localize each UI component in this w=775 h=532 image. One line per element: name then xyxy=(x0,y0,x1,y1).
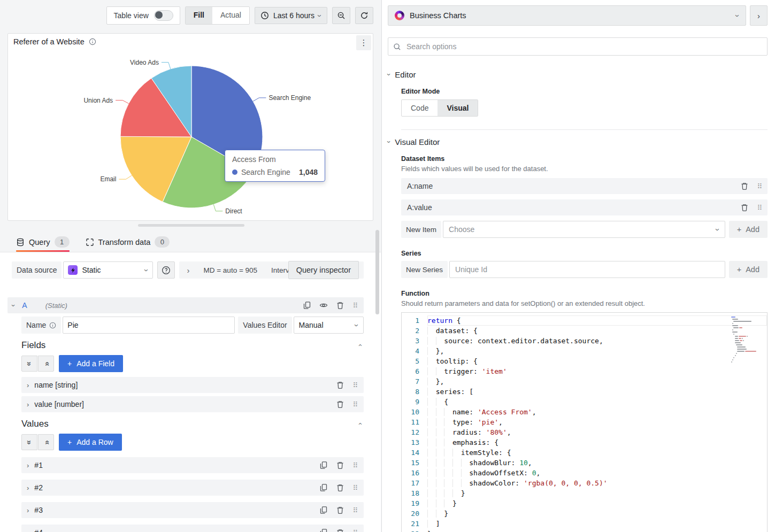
collapse-section-icon[interactable]: › xyxy=(356,344,363,346)
new-item-select[interactable]: Choose › xyxy=(443,221,725,238)
search-options-input[interactable] xyxy=(405,42,762,51)
trash-icon[interactable] xyxy=(336,506,344,514)
refresh-icon xyxy=(360,11,369,20)
editor-mode-label: Editor Mode xyxy=(401,88,768,95)
fill-option[interactable]: Fill xyxy=(186,7,212,24)
code-line: 19 } xyxy=(402,498,767,508)
fill-actual-group: Fill Actual xyxy=(185,6,250,25)
transform-icon xyxy=(86,238,94,246)
expand-all-button[interactable]: » xyxy=(38,356,54,372)
trash-icon[interactable] xyxy=(336,381,344,389)
pie-label-leader-line xyxy=(253,98,266,102)
query-row-header[interactable]: › A (Static) ⠿ xyxy=(7,297,364,313)
refresh-button[interactable] xyxy=(355,7,373,24)
collapse-chevron-icon[interactable]: › xyxy=(10,304,17,306)
drag-handle-icon[interactable]: ⠿ xyxy=(352,484,357,492)
pie-chart[interactable]: Search EngineDirectEmailUnion AdsVideo A… xyxy=(8,50,374,220)
visualization-picker[interactable]: Business Charts › xyxy=(388,5,746,26)
drag-handle-icon[interactable]: ⠿ xyxy=(352,529,357,532)
transform-count-badge: 0 xyxy=(155,236,170,248)
function-code-editor[interactable]: 1return {2 dataset: {3 source: context.e… xyxy=(401,312,768,532)
mode-visual-option[interactable]: Visual xyxy=(438,100,478,116)
code-lines: 1return {2 dataset: {3 source: context.e… xyxy=(402,313,767,532)
expand-chevron-icon[interactable]: › xyxy=(27,484,29,491)
datasource-picker[interactable]: Static › xyxy=(63,261,153,279)
field-row[interactable]: ›name [string]⠿ xyxy=(21,377,364,393)
frame-name-input[interactable] xyxy=(63,317,235,334)
new-series-id-input[interactable] xyxy=(449,261,725,278)
trash-icon[interactable] xyxy=(336,461,344,469)
value-row[interactable]: ›#1⠿ xyxy=(21,457,364,473)
scrollbar-thumb[interactable] xyxy=(375,230,379,314)
table-view-switch[interactable] xyxy=(154,10,173,21)
expand-chevron-icon[interactable]: › xyxy=(27,507,29,514)
expand-chevron-icon[interactable]: › xyxy=(27,462,29,469)
panel-resize-handle[interactable] xyxy=(138,224,244,227)
datasource-help-button[interactable] xyxy=(157,261,175,279)
drag-handle-icon[interactable]: ⠿ xyxy=(352,302,357,310)
drag-handle-icon[interactable]: ⠿ xyxy=(352,400,357,408)
expand-chevron-icon[interactable]: › xyxy=(27,382,29,389)
copy-icon[interactable] xyxy=(319,528,328,532)
expand-chevron-icon[interactable]: › xyxy=(27,529,29,532)
add-row-button[interactable]: +Add a Row xyxy=(59,434,122,451)
copy-icon[interactable] xyxy=(319,461,328,469)
stats-md: MD = auto = 905 xyxy=(203,266,257,274)
copy-icon[interactable] xyxy=(303,301,311,310)
collapse-all-button[interactable]: » xyxy=(21,434,37,450)
drag-handle-icon[interactable]: ⠿ xyxy=(352,381,357,389)
dataset-item-row[interactable]: A:value⠿ xyxy=(401,199,768,215)
trash-icon[interactable] xyxy=(740,182,749,190)
value-row[interactable]: ›#4⠿ xyxy=(21,525,364,532)
copy-icon[interactable] xyxy=(319,483,328,492)
chevron-down-icon: › xyxy=(386,141,393,143)
copy-icon[interactable] xyxy=(319,506,328,514)
field-row[interactable]: ›value [number]⠿ xyxy=(21,396,364,412)
trash-icon[interactable] xyxy=(336,528,344,532)
trash-icon[interactable] xyxy=(336,400,344,408)
expand-chevron-icon[interactable]: › xyxy=(27,401,29,408)
editor-section-header[interactable]: › Editor xyxy=(388,70,768,79)
visual-editor-section-header[interactable]: › Visual Editor xyxy=(388,137,768,147)
tab-query-label: Query xyxy=(29,238,50,246)
pie-label-leader-line xyxy=(116,101,129,104)
value-row[interactable]: ›#3⠿ xyxy=(21,502,364,518)
series-label: Series xyxy=(401,250,768,257)
panel-menu-button[interactable]: ⋮ xyxy=(356,35,371,50)
drag-handle-icon[interactable]: ⠿ xyxy=(757,182,762,190)
collapse-section-icon[interactable]: › xyxy=(356,422,363,425)
code-line: 20 } xyxy=(402,508,767,519)
query-inspector-button[interactable]: Query inspector xyxy=(288,261,359,279)
trash-icon[interactable] xyxy=(740,203,749,212)
tab-query[interactable]: Query 1 xyxy=(16,235,70,252)
drag-handle-icon[interactable]: ⠿ xyxy=(352,506,357,514)
drag-handle-icon[interactable]: ⠿ xyxy=(757,204,762,212)
chevron-right-icon[interactable]: › xyxy=(187,266,189,274)
time-range-button[interactable]: Last 6 hours › xyxy=(255,7,327,24)
collapse-all-button[interactable]: » xyxy=(21,356,37,372)
dataset-items-label: Dataset Items xyxy=(401,155,768,163)
code-line: 9 { xyxy=(402,397,767,407)
code-minimap[interactable] xyxy=(731,317,759,364)
section-divider xyxy=(401,129,768,130)
values-editor-select[interactable]: Manual › xyxy=(294,317,364,334)
expand-all-button[interactable]: » xyxy=(38,434,54,450)
eye-icon[interactable] xyxy=(319,301,328,310)
tab-transform-data[interactable]: Transform data 0 xyxy=(86,235,170,252)
dataset-item-label: A:name xyxy=(407,182,433,190)
switch-knob xyxy=(155,11,163,19)
add-series-button[interactable]: +Add xyxy=(729,261,768,278)
zoom-out-button[interactable] xyxy=(332,7,350,24)
mode-code-option[interactable]: Code xyxy=(402,100,438,116)
add-field-button[interactable]: +Add a Field xyxy=(59,355,123,372)
trash-icon[interactable] xyxy=(336,483,344,492)
actual-option[interactable]: Actual xyxy=(212,7,249,24)
add-dataset-item-button[interactable]: +Add xyxy=(729,221,768,238)
dataset-item-row[interactable]: A:name⠿ xyxy=(401,178,768,194)
function-description: Should return parameters and data for se… xyxy=(401,299,768,307)
value-row[interactable]: ›#2⠿ xyxy=(21,480,364,496)
drag-handle-icon[interactable]: ⠿ xyxy=(352,461,357,469)
collapse-pane-button[interactable]: › xyxy=(750,5,768,26)
chevron-down-icon: › xyxy=(143,269,151,272)
trash-icon[interactable] xyxy=(336,301,344,310)
